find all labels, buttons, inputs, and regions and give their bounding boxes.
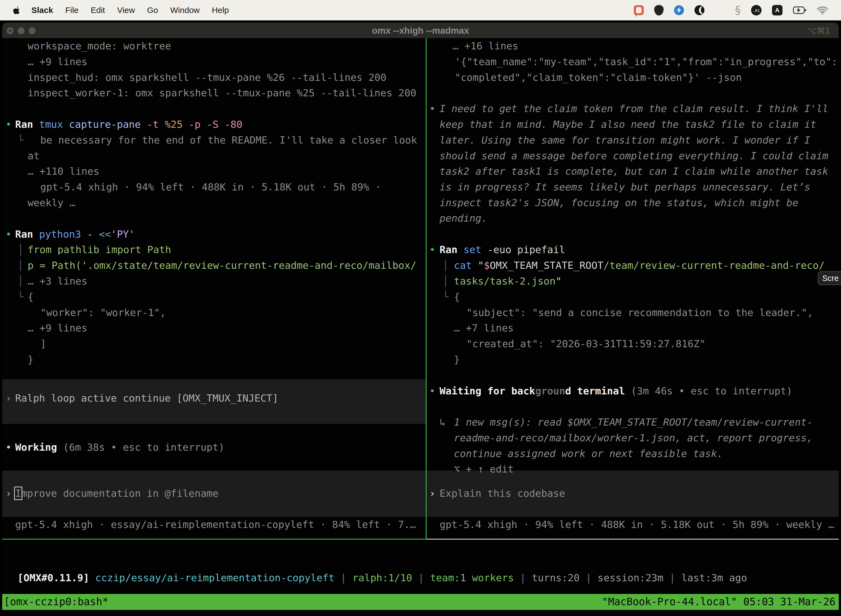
- right-pane-line: … +7 lines: [0, 320, 841, 336]
- right-pane-line: "created_at": "2026-03-31T11:59:27.816Z": [0, 336, 841, 352]
- prompt-input-right[interactable]: ›Explain this codebase: [0, 485, 841, 501]
- right-pane-line: }: [0, 352, 841, 367]
- right-pane-line: readme-and-reco/mailbox/worker-1.json, a…: [0, 430, 841, 446]
- right-pane-line: inspect task2's JSON, focusing on the st…: [0, 195, 841, 211]
- tmux-status-bar: [omx-cczip0:bash* "MacBook-Pro-44.local"…: [2, 594, 839, 610]
- omx-team-workers: team:1 workers: [430, 572, 514, 584]
- right-pane-line: "subject": "send a concise recommendatio…: [0, 305, 841, 320]
- right-pane-line: should send a message before completing …: [0, 148, 841, 164]
- tmux-session-name: [omx-cczip0:bash*: [4, 594, 108, 610]
- right-pane-line: •Ran set -euo pipefail: [0, 242, 841, 258]
- omx-ralph-count: ralph:1/10: [352, 572, 412, 584]
- terminal-content: workspace_mode: worktree… +9 linesinspec…: [0, 0, 841, 616]
- separator: |: [663, 572, 681, 584]
- pane-border: [2, 539, 426, 540]
- pane-border: [426, 539, 839, 540]
- screen-tooltip: Scre: [818, 271, 841, 285]
- omx-session: session:23m: [598, 572, 663, 584]
- right-pane-line: … +16 lines: [0, 38, 841, 54]
- right-pane-line: •Waiting for background terminal (3m 46s…: [0, 383, 841, 399]
- right-pane-line: ↳1 new msg(s): read $OMX_TEAM_STATE_ROOT…: [0, 414, 841, 430]
- separator: |: [412, 572, 430, 584]
- right-pane-line: │tasks/task-2.json": [0, 273, 841, 289]
- tmux-host-clock: "MacBook-Pro-44.local" 05:03 31-Mar-26: [602, 594, 835, 610]
- left-pane-line: inspect_worker-1: omx sparkshell --tmux-…: [0, 85, 841, 101]
- right-pane-line: "completed","claim_token":"claim-token"}…: [0, 70, 841, 85]
- right-pane-line: continue assigned work or next feasible …: [0, 446, 841, 462]
- right-pane-line: '{"team_name":"my-team","task_id":"1","f…: [0, 54, 841, 70]
- separator: |: [334, 572, 352, 584]
- right-pane-line: ⌥ + ↑ edit: [0, 461, 841, 477]
- omx-status-bar: [OMX#0.11.9] cczip/essay/ai-reimplementa…: [6, 554, 747, 570]
- right-pane-line: └{: [0, 289, 841, 305]
- omx-branch-path: cczip/essay/ai-reimplementation-copyleft: [89, 572, 334, 584]
- right-pane-line: gpt-5.4 xhigh · 94% left · 488K in · 5.1…: [0, 517, 841, 532]
- right-pane-line: │cat "$OMX_TEAM_STATE_ROOT/team/review-c…: [0, 258, 841, 273]
- right-pane-line: is in progress? It seems likely but perh…: [0, 179, 841, 195]
- right-pane-line: later. Using the same for transition mig…: [0, 132, 841, 148]
- omx-last-activity: last:3m ago: [681, 572, 747, 584]
- right-pane-line: keep that in mind. Maybe I also need the…: [0, 116, 841, 132]
- omx-version: [OMX#0.11.9]: [18, 572, 89, 584]
- right-pane-line: task2 after task1 is complete, but can I…: [0, 163, 841, 179]
- separator: |: [514, 572, 532, 584]
- left-pane-line: •Ran python3 - <<'PY': [0, 226, 841, 242]
- right-pane-line: •I need to get the claim token from the …: [0, 101, 841, 116]
- right-pane-line: pending.: [0, 210, 841, 226]
- separator: |: [580, 572, 598, 584]
- omx-turns: turns:20: [532, 572, 579, 584]
